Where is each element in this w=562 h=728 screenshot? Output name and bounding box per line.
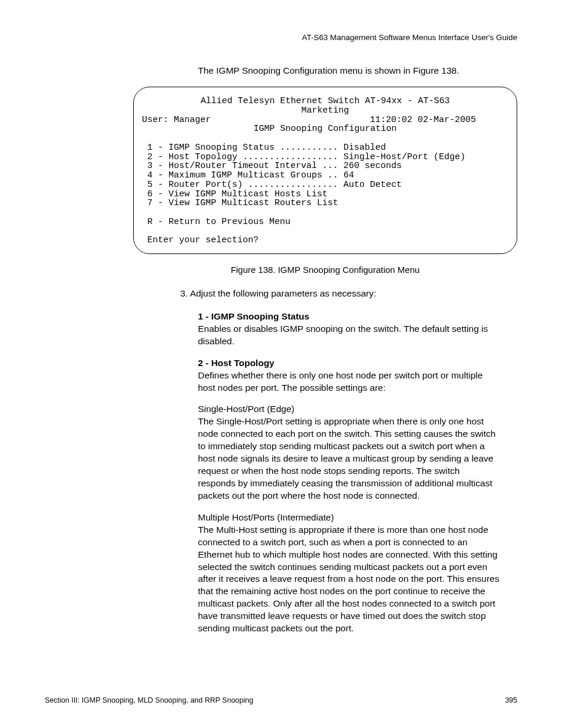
terminal-item-2: 2 - Host Topology .................. Sin…	[142, 153, 508, 162]
terminal-item-1: 1 - IGMP Snooping Status ........... Dis…	[142, 143, 508, 153]
terminal-return: R - Return to Previous Menu	[142, 218, 508, 227]
terminal-user: User: Manager	[142, 115, 211, 125]
option-2-heading: 2 - Host Topology	[198, 357, 500, 370]
terminal-menu-box: Allied Telesyn Ethernet Switch AT-94xx -…	[133, 87, 517, 254]
multi-host-block: Multiple Host/Ports (Intermediate) The M…	[198, 512, 500, 635]
terminal-item-6: 6 - View IGMP Multicast Hosts List	[142, 190, 508, 199]
running-header: AT-S63 Management Software Menus Interfa…	[45, 33, 517, 42]
multi-host-body: The Multi-Host setting is appropriate if…	[198, 524, 500, 635]
page-footer: Section III: IGMP Snooping, MLD Snooping…	[45, 696, 517, 704]
option-2-block: 2 - Host Topology Defines whether there …	[198, 357, 500, 394]
terminal-menu-title: IGMP Snooping Configuration	[142, 124, 508, 134]
terminal-item-3: 3 - Host/Router Timeout Interval ... 260…	[142, 162, 508, 171]
terminal-user-line: User: Manager 11:20:02 02-Mar-2005	[142, 116, 508, 125]
terminal-item-7: 7 - View IGMP Multicast Routers List	[142, 199, 508, 208]
option-1-block: 1 - IGMP Snooping Status Enables or disa…	[198, 311, 500, 348]
footer-section: Section III: IGMP Snooping, MLD Snooping…	[45, 696, 253, 704]
terminal-item-4: 4 - Maximum IGMP Multicast Groups .. 64	[142, 171, 508, 180]
terminal-item-5: 5 - Router Port(s) ................. Aut…	[142, 180, 508, 190]
footer-page-number: 395	[505, 696, 517, 704]
terminal-prompt: Enter your selection?	[142, 236, 508, 245]
single-host-body: The Single-Host/Port setting is appropri…	[198, 416, 500, 502]
terminal-title-2: Marketing	[142, 106, 508, 116]
page: AT-S63 Management Software Menus Interfa…	[0, 0, 562, 728]
terminal-title-1: Allied Telesyn Ethernet Switch AT-94xx -…	[142, 97, 508, 106]
option-2-body: Defines whether there is only one host n…	[198, 370, 500, 394]
intro-text: The IGMP Snooping Configuration menu is …	[198, 65, 517, 76]
single-host-heading: Single-Host/Port (Edge)	[198, 403, 500, 416]
step-3: 3. Adjust the following parameters as ne…	[180, 288, 500, 300]
option-1-body: Enables or disables IGMP snooping on the…	[198, 323, 500, 348]
terminal-timestamp: 11:20:02 02-Mar-2005	[370, 115, 476, 125]
terminal-spacer	[211, 115, 370, 125]
multi-host-heading: Multiple Host/Ports (Intermediate)	[198, 512, 500, 524]
figure-caption: Figure 138. IGMP Snooping Configuration …	[133, 265, 517, 275]
single-host-block: Single-Host/Port (Edge) The Single-Host/…	[198, 403, 500, 502]
option-1-heading: 1 - IGMP Snooping Status	[198, 311, 500, 323]
